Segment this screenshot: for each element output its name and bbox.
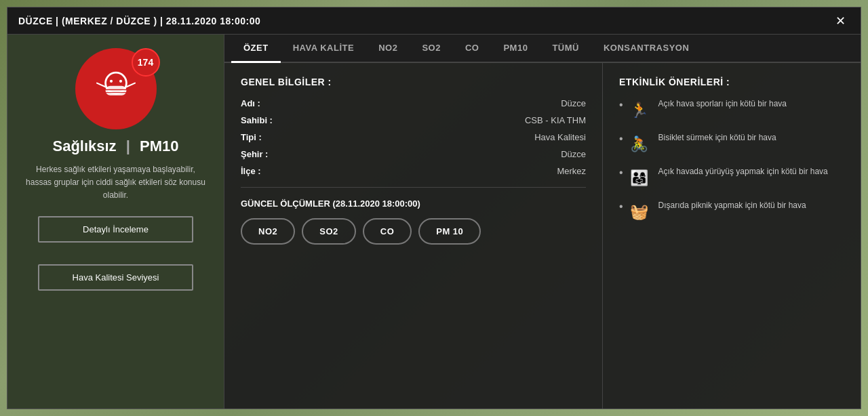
content-left: GENEL BİLGİLER : Adı : Düzce Sahibi : CS… [224, 63, 603, 409]
label-adi: Adı : [241, 98, 295, 108]
activity-item-0: • 🏃 Açık hava sporları için kötü bir hav… [619, 98, 844, 123]
close-button[interactable]: ✕ [831, 14, 850, 28]
tab-hava-kalite[interactable]: HAVA KALİTE [281, 35, 366, 63]
running-icon: 🏃 [627, 98, 652, 123]
label-sehir: Şehir : [241, 149, 295, 159]
activity-text-3: Dışarıda piknik yapmak için kötü bir hav… [658, 200, 806, 211]
value-sahibi: CSB - KIA THM [525, 115, 586, 125]
picnic-icon: 🧺 [627, 200, 652, 224]
info-row-ilce: İlçe : Merkez [241, 166, 586, 176]
measure-so2-button[interactable]: SO2 [302, 218, 356, 245]
tab-ozet[interactable]: ÖZET [231, 35, 281, 63]
mask-icon [92, 65, 140, 112]
measure-no2-button[interactable]: NO2 [241, 218, 295, 245]
measurement-title: GÜNCEL ÖLÇÜMLER (28.11.2020 18:00:00) [241, 199, 586, 209]
info-row-sehir: Şehir : Düzce [241, 149, 586, 159]
content-right: ETKİNLİK ÖNERİLERİ : • 🏃 Açık hava sporl… [603, 63, 861, 409]
value-ilce: Merkez [557, 166, 586, 176]
measure-co-button[interactable]: CO [363, 218, 412, 245]
label-ilce: İlçe : [241, 166, 295, 176]
walking-icon: 👨‍👩‍👧 [627, 166, 652, 190]
aqi-circle: 174 [75, 48, 157, 129]
tab-so2[interactable]: SO2 [410, 35, 453, 63]
divider [241, 187, 586, 188]
detail-button[interactable]: Detaylı İnceleme [38, 216, 194, 243]
tab-tumu[interactable]: TÜMÜ [540, 35, 591, 63]
info-table: Adı : Düzce Sahibi : CSB - KIA THM Tipi … [241, 98, 586, 176]
status-label: Sağlıksız | PM10 [52, 138, 178, 155]
svg-point-5 [119, 80, 121, 83]
bullet-0: • [619, 98, 623, 111]
cycling-icon: 🚴 [627, 132, 652, 157]
info-row-tipi: Tipi : Hava Kalitesi [241, 132, 586, 142]
right-panel: ÖZET HAVA KALİTE NO2 SO2 CO PM10 TÜMÜ KO… [224, 35, 861, 409]
label-tipi: Tipi : [241, 132, 295, 142]
activity-item-3: • 🧺 Dışarıda piknik yapmak için kötü bir… [619, 200, 844, 224]
measurement-buttons: NO2 SO2 CO PM 10 [241, 218, 586, 245]
tab-no2[interactable]: NO2 [366, 35, 410, 63]
quality-level-button[interactable]: Hava Kalitesi Seviyesi [38, 264, 194, 291]
tab-pm10[interactable]: PM10 [491, 35, 540, 63]
value-tipi: Hava Kalitesi [534, 132, 586, 142]
activity-item-1: • 🚴 Bisiklet sürmek için kötü bir hava [619, 132, 844, 157]
bullet-3: • [619, 200, 623, 213]
bullet-1: • [619, 132, 623, 145]
measure-pm10-button[interactable]: PM 10 [418, 218, 481, 245]
svg-line-6 [97, 83, 106, 87]
activity-title: ETKİNLİK ÖNERİLERİ : [619, 77, 844, 87]
bullet-2: • [619, 166, 623, 179]
left-panel: 174 [7, 35, 224, 409]
info-row-adi: Adı : Düzce [241, 98, 586, 108]
left-content: 174 [18, 48, 213, 291]
value-adi: Düzce [561, 98, 586, 108]
label-sahibi: Sahibi : [241, 115, 295, 125]
activity-item-2: • 👨‍👩‍👧 Açık havada yürüyüş yapmak için … [619, 166, 844, 190]
status-description: Herkes sağlık etkileri yaşamaya başlayab… [18, 163, 213, 203]
tab-co[interactable]: CO [453, 35, 492, 63]
general-info-title: GENEL BİLGİLER : [241, 77, 586, 87]
modal-body: 174 [7, 35, 861, 409]
aqi-badge: 174 [132, 48, 160, 77]
svg-line-7 [126, 83, 135, 87]
value-sehir: Düzce [561, 149, 586, 159]
activity-text-1: Bisiklet sürmek için kötü bir hava [658, 132, 776, 144]
svg-point-4 [109, 80, 112, 83]
activity-text-2: Açık havada yürüyüş yapmak için kötü bir… [658, 166, 828, 178]
activity-text-0: Açık hava sporları için kötü bir hava [658, 98, 787, 110]
tab-konsantrasyon[interactable]: KONSANTRASYON [591, 35, 701, 63]
activity-list: • 🏃 Açık hava sporları için kötü bir hav… [619, 98, 844, 224]
modal-title: DÜZCE | (MERKEZ / DÜZCE ) | 28.11.2020 1… [18, 16, 260, 26]
info-row-sahibi: Sahibi : CSB - KIA THM [241, 115, 586, 125]
modal: DÜZCE | (MERKEZ / DÜZCE ) | 28.11.2020 1… [7, 7, 861, 409]
svg-rect-1 [105, 86, 126, 96]
main-content: GENEL BİLGİLER : Adı : Düzce Sahibi : CS… [224, 63, 861, 409]
modal-header: DÜZCE | (MERKEZ / DÜZCE ) | 28.11.2020 1… [7, 7, 861, 35]
tabs-bar: ÖZET HAVA KALİTE NO2 SO2 CO PM10 TÜMÜ KO… [224, 35, 861, 63]
